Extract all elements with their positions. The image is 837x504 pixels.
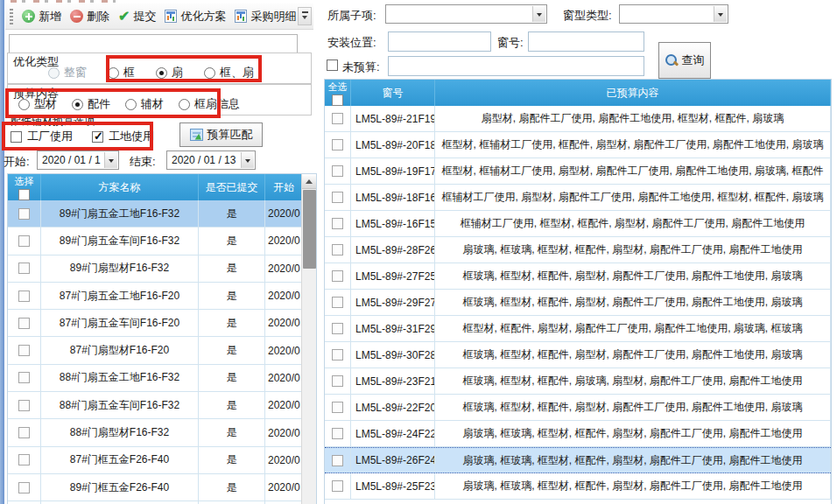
row-checkbox[interactable] [332, 297, 343, 308]
row-select-cell [325, 106, 351, 131]
row-checkbox[interactable] [18, 235, 30, 247]
submit-button[interactable]: 提交 [114, 6, 160, 27]
budget-match-button[interactable]: 预算匹配 [179, 122, 263, 147]
query-button[interactable]: 查询 [658, 42, 711, 79]
table-row[interactable]: LM5L-89#-21F19 扇型材, 扇配件工厂使用, 扇配件工地使用, 框型… [325, 106, 831, 132]
window-no-column-header[interactable]: 窗号 [351, 80, 435, 106]
table-row[interactable]: LM5L-89#-19F17 框型材, 框辅材工厂使用, 扇型材, 扇配件工厂使… [325, 158, 831, 185]
row-checkbox[interactable] [18, 345, 30, 356]
radio-option[interactable]: 整窗 [48, 65, 87, 80]
row-checkbox[interactable] [332, 402, 343, 413]
row-checkbox[interactable] [332, 480, 343, 492]
dropdown-arrow-icon[interactable] [532, 6, 545, 22]
table-row[interactable]: 88#门扇型材F16-F32 是 2020/0 [8, 419, 316, 446]
scrollbar-thumb[interactable] [303, 190, 316, 269]
scheme-name-header[interactable]: 方案名称 [41, 174, 199, 200]
scrollbar-up-arrow[interactable] [302, 174, 316, 189]
toolbar-grip[interactable] [10, 9, 13, 24]
window-type-select[interactable] [619, 4, 728, 24]
submitted-cell: 是 [199, 392, 265, 418]
row-checkbox[interactable] [18, 400, 30, 411]
end-date-label: 结束: [130, 154, 156, 170]
table-row[interactable]: 89#门扇型材F16-F32 是 2020/0 [8, 256, 316, 283]
sub-item-select[interactable] [385, 4, 547, 24]
row-checkbox[interactable] [332, 375, 343, 387]
table-row[interactable]: 89#门框五金F26-F40 是 2020/0 [8, 474, 316, 501]
table-row[interactable]: 87#门扇五金工地F16-F20 是 2020/0 [8, 283, 316, 310]
table-row[interactable]: LM5L-89#-30F28 框玻璃, 框型材, 框配件, 扇型材, 扇配件工厂… [325, 342, 831, 368]
budget-content-cell: 框玻璃, 框型材, 框配件, 扇型材, 扇配件工厂使用, 扇配件工地使用, 扇玻… [435, 290, 831, 315]
table-row[interactable]: LM5L-89#-24F22 扇玻璃, 框玻璃, 框型材, 框配件, 扇型材, … [325, 421, 831, 447]
table-row[interactable]: 88#门扇五金车间F16-F32 是 2020/0 [8, 392, 316, 419]
start-date-cell: 2020/0 [265, 310, 303, 336]
table-row[interactable]: LM5L-89#-26F24 扇玻璃, 框玻璃, 框型材, 框配件, 扇型材, … [325, 447, 831, 473]
dropdown-arrow-icon[interactable] [104, 152, 117, 168]
scheme-name-cell: 87#门扇五金工地F16-F20 [41, 283, 199, 309]
window-no-cell: LM5L-89#-24F22 [351, 421, 435, 446]
table-row[interactable]: 87#门框五金F26-F40 是 2020/0 [8, 447, 316, 474]
row-checkbox[interactable] [332, 244, 343, 256]
install-position-input[interactable] [388, 32, 491, 52]
table-row[interactable]: LM5L-89#-23F21 框玻璃, 框型材, 框配件, 扇玻璃, 扇型材, … [325, 368, 831, 395]
end-date-picker[interactable]: 2020 / 01 / 13 [166, 150, 256, 170]
row-checkbox[interactable] [18, 482, 30, 494]
row-select-cell [325, 263, 351, 289]
row-checkbox[interactable] [332, 428, 343, 439]
start-date-picker[interactable]: 2020 / 01 / 1 [37, 150, 119, 170]
dropdown-arrow-icon[interactable] [714, 6, 727, 22]
budget-content-cell: 框型材, 框配件, 扇型材, 扇配件工厂使用, 扇配件工地使用, 扇玻璃, 框玻… [435, 316, 831, 341]
optimize-scheme-button[interactable]: 优化方案 [160, 6, 230, 27]
dropdown-arrow-icon[interactable] [241, 152, 254, 168]
window-no-input[interactable] [528, 32, 644, 52]
content-column-header[interactable]: 已预算内容 [435, 80, 831, 106]
start-header[interactable]: 开始 [265, 174, 303, 200]
row-checkbox[interactable] [332, 349, 343, 360]
table-row[interactable]: 88#门扇五金工地F16-F32 是 2020/0 [8, 365, 316, 392]
row-checkbox[interactable] [332, 218, 343, 229]
scheme-name-cell: 88#门扇五金车间F16-F32 [41, 392, 199, 418]
row-checkbox[interactable] [332, 323, 343, 334]
window-no-cell: LM5L-89#-23F21 [351, 368, 435, 394]
row-checkbox[interactable] [332, 165, 343, 177]
row-checkbox[interactable] [18, 262, 30, 274]
not-budgeted-checkbox[interactable] [327, 60, 338, 71]
add-button[interactable]: 新增 [18, 6, 66, 27]
toolbar-overflow-button[interactable] [298, 7, 312, 25]
window-no-cell: LM5L-89#-30F28 [351, 342, 435, 368]
table-row[interactable]: LM5L-89#-25F23 扇玻璃, 框玻璃, 框型材, 框配件, 扇型材, … [325, 473, 831, 500]
row-checkbox[interactable] [332, 113, 343, 124]
not-budgeted-input[interactable] [388, 56, 644, 76]
row-checkbox[interactable] [18, 427, 30, 438]
table-row[interactable]: LM5L-89#-29F27 框玻璃, 框型材, 框配件, 扇型材, 扇配件工厂… [325, 290, 831, 316]
table-row[interactable]: LM5L-89#-22F20 框玻璃, 框型材, 框配件, 扇型材, 扇配件工厂… [325, 395, 831, 421]
row-checkbox[interactable] [332, 139, 343, 150]
table-row[interactable]: 89#门扇五金工地F16-F32 是 2020/0 [8, 200, 316, 228]
table-row[interactable]: 87#门扇五金车间F16-F20 是 2020/0 [8, 310, 316, 337]
table-row[interactable]: LM5L-89#-28F26 扇玻璃, 框玻璃, 框型材, 框配件, 扇型材, … [325, 237, 831, 263]
table-row[interactable]: LM5L-89#-31F29 框型材, 框配件, 扇型材, 扇配件工厂使用, 扇… [325, 316, 831, 342]
scheme-table-scrollbar[interactable] [301, 174, 316, 504]
table-row[interactable]: LM5L-89#-27F25 框玻璃, 框型材, 框配件, 扇型材, 扇配件工厂… [325, 263, 831, 290]
table-row[interactable]: LM5L-89#-20F18 框型材, 框辅材工厂使用, 框配件, 扇型材, 扇… [325, 132, 831, 158]
row-checkbox[interactable] [18, 318, 30, 329]
row-select-cell [325, 132, 351, 158]
row-checkbox[interactable] [332, 192, 343, 203]
row-checkbox[interactable] [18, 208, 30, 220]
row-select-cell [8, 228, 41, 254]
row-select-cell [325, 473, 351, 499]
row-checkbox[interactable] [18, 372, 30, 383]
table-row[interactable]: 89#门扇五金车间F16-F32 是 2020/0 [8, 228, 316, 255]
row-checkbox[interactable] [332, 455, 343, 466]
start-date-cell: 2020/0 [265, 474, 303, 500]
table-row[interactable]: 87#门扇型材F16-F20 是 2020/0 [8, 337, 316, 364]
submitted-header[interactable]: 是否已提交 [199, 174, 265, 200]
select-all-checkbox[interactable] [18, 189, 30, 200]
row-checkbox[interactable] [18, 454, 30, 466]
table-row[interactable]: LM5L-89#-18F16 框辅材工厂使用, 扇型材, 扇配件工厂使用, 扇配… [325, 185, 831, 211]
row-checkbox[interactable] [332, 270, 343, 282]
budget-content-cell: 框玻璃, 框型材, 框配件, 扇型材, 扇配件工厂使用, 扇配件工地使用, 扇玻… [435, 342, 831, 368]
row-checkbox[interactable] [18, 290, 30, 302]
delete-button[interactable]: 删除 [66, 6, 114, 27]
table-row[interactable]: LM5L-89#-16F15 框辅材工厂使用, 框型材, 框配件, 扇型材, 扇… [325, 211, 831, 237]
select-all-checkbox[interactable] [332, 94, 343, 106]
